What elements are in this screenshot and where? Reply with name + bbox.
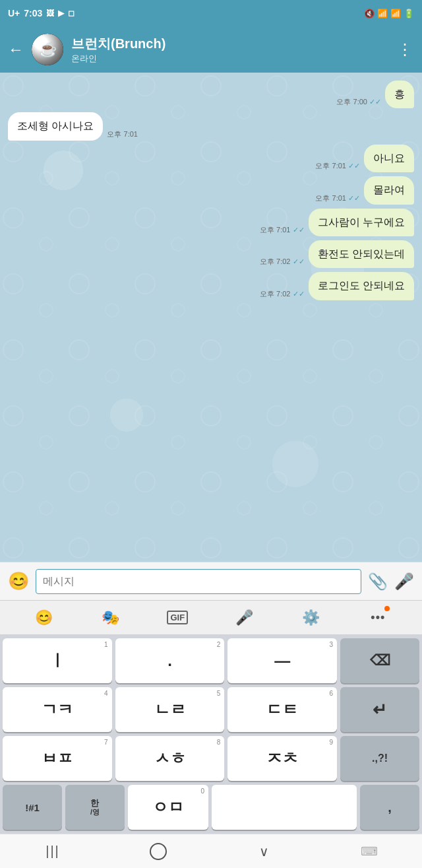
- voice-tool-icon: 🎤: [235, 609, 253, 626]
- message-row: 조세형 아시나요 오후 7:01: [8, 112, 414, 140]
- emoji-tool-icon: 😊: [35, 609, 53, 626]
- keyboard-row-3: 7 ㅂㅍ 8 ㅅㅎ 9 ㅈㅊ .,?!: [3, 736, 419, 781]
- message-time: 오후 7:01: [260, 226, 290, 234]
- media-icon: 🖼: [46, 9, 54, 18]
- key-num: 3: [329, 641, 333, 648]
- message-row: 오후 7:00 ✓✓ 흥: [8, 81, 414, 108]
- key-4[interactable]: 4 ㄱㅋ: [3, 687, 112, 732]
- key-char: ㄴㄹ: [154, 702, 186, 718]
- chat-area: 오후 7:00 ✓✓ 흥 조세형 아시나요 오후 7:01 오후 7:01 ✓✓…: [0, 73, 422, 562]
- backspace-key[interactable]: ⌫: [340, 638, 419, 683]
- keyboard-row-2: 4 ㄱㅋ 5 ㄴㄹ 6 ㄷㅌ ↵: [3, 687, 419, 732]
- message-meta: 오후 7:01: [107, 129, 137, 139]
- lang-icon: 한/영: [90, 799, 100, 816]
- key-char: ㅈㅊ: [266, 751, 298, 766]
- message-time: 오후 7:01: [315, 194, 346, 202]
- message-row: 오후 7:02 ✓✓ 로그인도 안되네요: [8, 272, 414, 300]
- keyboard: 1 ㅣ 2 . 3 — ⌫ 4 ㄱㅋ 5 ㄴㄹ 6 ㄷㅌ ↵: [0, 634, 422, 834]
- gif-tool-icon: GIF: [167, 611, 188, 624]
- symbol-key[interactable]: !#1: [3, 785, 62, 830]
- enter-key[interactable]: ↵: [340, 687, 419, 732]
- key-char: —: [274, 653, 290, 669]
- message-bubble: 로그인도 안되네요: [309, 272, 414, 300]
- more-options-button[interactable]: ⋮: [397, 40, 414, 59]
- back-button[interactable]: ←: [8, 40, 24, 59]
- keyboard-toolbar: 😊 🎭 GIF 🎤 ⚙️ •••: [0, 600, 422, 634]
- message-text: 그사람이 누구에요: [318, 217, 405, 228]
- key-1[interactable]: 1 ㅣ: [3, 638, 112, 683]
- lang-key[interactable]: 한/영: [65, 785, 125, 830]
- message-text: 몰라여: [373, 184, 405, 195]
- space-key[interactable]: [212, 785, 357, 830]
- home-icon: [150, 843, 167, 860]
- nfc-icon: ◻: [68, 9, 75, 18]
- message-ticks: ✓✓: [293, 290, 305, 298]
- share-icon: ▶: [58, 9, 64, 18]
- emoji-tool-btn[interactable]: 😊: [30, 603, 59, 632]
- key-char: ㅂㅍ: [42, 751, 73, 766]
- time-label: 7:03: [24, 8, 42, 18]
- key-0[interactable]: 0 ㅇㅁ: [128, 785, 208, 830]
- key-num: 8: [217, 739, 221, 746]
- more-tool-btn[interactable]: •••: [363, 603, 392, 632]
- recent-apps-button[interactable]: |||: [26, 837, 79, 866]
- key-8[interactable]: 8 ㅅㅎ: [115, 736, 225, 781]
- key-2[interactable]: 2 .: [115, 638, 225, 683]
- mic-button[interactable]: 🎤: [394, 572, 414, 591]
- message-input[interactable]: [36, 569, 361, 594]
- keyboard-icon-btn[interactable]: ⌨: [343, 837, 396, 866]
- comma-icon: ,: [388, 801, 392, 814]
- message-row: 오후 7:01 ✓✓ 몰라여: [8, 176, 414, 204]
- symbol-icon: !#1: [25, 803, 40, 813]
- message-meta: 오후 7:01 ✓✓: [315, 193, 360, 203]
- key-num: 0: [201, 787, 205, 795]
- key-num: 6: [329, 690, 333, 697]
- contact-name: 브런치(Brunch): [71, 35, 389, 53]
- home-button[interactable]: [132, 837, 185, 866]
- key-6[interactable]: 6 ㄷㅌ: [227, 687, 337, 732]
- message-bubble: 환전도 안되있는데: [309, 240, 414, 268]
- gif-tool-btn[interactable]: GIF: [163, 603, 192, 632]
- key-7[interactable]: 7 ㅂㅍ: [3, 736, 112, 781]
- voice-tool-btn[interactable]: 🎤: [230, 603, 259, 632]
- status-left: U+ 7:03 🖼 ▶ ◻: [8, 8, 75, 18]
- backspace-icon: ⌫: [370, 653, 390, 668]
- back-nav-icon: ∨: [259, 844, 269, 859]
- punctuation-icon: .,?!: [372, 753, 388, 764]
- message-time: 오후 7:01: [107, 130, 137, 138]
- message-bubble: 그사람이 누구에요: [309, 209, 414, 236]
- key-char: ㅅㅎ: [154, 751, 186, 766]
- avatar-image: ☕: [32, 34, 63, 65]
- key-3[interactable]: 3 —: [227, 638, 337, 683]
- message-row: 오후 7:01 ✓✓ 그사람이 누구에요: [8, 209, 414, 236]
- message-bubble: 조세형 아시나요: [8, 112, 103, 140]
- key-char: ㄱㅋ: [42, 702, 73, 718]
- message-ticks: ✓✓: [348, 194, 360, 202]
- recent-apps-icon: |||: [45, 844, 60, 859]
- sticker-tool-btn[interactable]: 🎭: [96, 603, 125, 632]
- message-time: 오후 7:00: [336, 98, 367, 106]
- key-char: ㅇㅁ: [152, 799, 184, 815]
- comma-key[interactable]: ,: [360, 785, 419, 830]
- key-5[interactable]: 5 ㄴㄹ: [115, 687, 225, 732]
- key-char: ㅣ: [49, 653, 65, 669]
- punctuation-key[interactable]: .,?!: [340, 736, 419, 781]
- back-button-nav[interactable]: ∨: [237, 837, 290, 866]
- more-tool-icon: •••: [371, 611, 385, 624]
- keyboard-icon: ⌨: [361, 844, 378, 859]
- message-text: 아니요: [373, 152, 405, 164]
- message-text: 조세형 아시나요: [17, 120, 94, 131]
- message-meta: 오후 7:02 ✓✓: [260, 289, 305, 299]
- message-ticks: ✓✓: [293, 257, 305, 265]
- message-row: 오후 7:02 ✓✓ 환전도 안되있는데: [8, 240, 414, 268]
- message-time: 오후 7:01: [315, 162, 346, 170]
- settings-tool-btn[interactable]: ⚙️: [297, 603, 326, 632]
- emoji-button[interactable]: 😊: [8, 571, 29, 591]
- key-num: 9: [329, 739, 333, 746]
- key-9[interactable]: 9 ㅈㅊ: [227, 736, 337, 781]
- attach-button[interactable]: 📎: [368, 572, 388, 591]
- key-num: 2: [217, 641, 221, 648]
- mute-icon: 🔇: [364, 9, 375, 18]
- enter-icon: ↵: [373, 701, 387, 718]
- key-char: .: [167, 653, 172, 669]
